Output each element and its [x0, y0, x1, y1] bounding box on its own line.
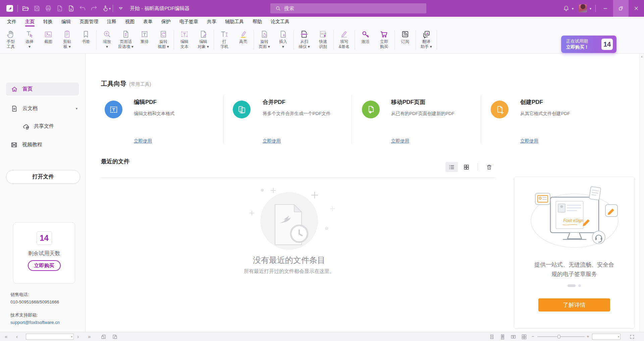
buy-now-button[interactable]: 立即购买	[28, 260, 61, 271]
notifications-icon[interactable]	[562, 5, 570, 12]
zoom-level-input[interactable]: ▾	[592, 334, 621, 340]
menu-convert[interactable]: 转换	[39, 17, 57, 27]
use-now-link[interactable]: 立即使用	[520, 138, 538, 144]
tool-reflow[interactable]: 重排	[135, 27, 154, 44]
tool-hand[interactable]: 手型 工具	[1, 27, 20, 49]
tool-from-scanner[interactable]: 从扫 描仪 ▾	[295, 27, 314, 49]
tool-snapshot[interactable]: 截图	[39, 27, 58, 44]
trial-period-badge[interactable]: 正在试用期 立即购买！ 14	[561, 36, 616, 53]
tool-quick-ocr[interactable]: OCR 快速 识别	[314, 27, 332, 49]
tool-bookmark[interactable]: 书签	[76, 27, 95, 44]
tool-card-edit-pdf[interactable]: 编辑PDF 编辑文档和文本格式 立即使用	[99, 95, 220, 145]
notifications-caret-icon[interactable]: ▾	[570, 7, 576, 10]
menu-share[interactable]: 共享	[203, 17, 221, 27]
use-now-link[interactable]: 立即使用	[263, 138, 281, 144]
tool-select[interactable]: 选择 ▾	[20, 27, 39, 49]
next-page-button[interactable]: ›	[77, 332, 79, 341]
collapse-toolbar-icon[interactable]	[115, 0, 126, 17]
zoom-slider-handle[interactable]	[557, 335, 560, 339]
tool-buy-now[interactable]: 立即 购买	[375, 27, 393, 49]
learn-more-button[interactable]: 了解详情	[538, 298, 610, 311]
tool-highlight[interactable]: 高亮	[234, 27, 253, 44]
print-icon[interactable]	[43, 0, 54, 17]
sidebar-item-home[interactable]: 首页	[6, 82, 79, 96]
tool-subscribe[interactable]: 订阅	[396, 27, 415, 44]
close-document-icon[interactable]	[54, 0, 65, 17]
page-number-caret-icon[interactable]: ▾	[71, 335, 72, 338]
menu-accessibility[interactable]: 辅助工具	[221, 17, 248, 27]
tool-label: 重排	[141, 39, 149, 44]
facing-continuous-view-button[interactable]	[521, 334, 527, 340]
menu-edit[interactable]: 编辑	[57, 17, 75, 27]
menu-form[interactable]: 表单	[139, 17, 157, 27]
list-view-button[interactable]	[445, 162, 458, 172]
redo-icon[interactable]	[88, 0, 100, 17]
continuous-view-button[interactable]	[500, 334, 505, 340]
menu-protect[interactable]: 保护	[157, 17, 175, 27]
close-button[interactable]	[629, 0, 644, 17]
use-now-link[interactable]: 立即使用	[134, 138, 152, 144]
menu-home[interactable]: 主页	[21, 17, 39, 27]
support-email-link[interactable]: support@foxitsoftware.cn	[10, 320, 60, 325]
facing-view-button[interactable]	[511, 334, 516, 340]
tool-translate-assistant[interactable]: A 翻译 助手 ▾	[417, 27, 436, 49]
restore-button[interactable]	[613, 0, 629, 17]
tool-card-create-pdf[interactable]: 创建PDF 从其它格式文件创建PDF 立即使用	[485, 95, 586, 145]
zoom-in-button[interactable]: +	[587, 332, 589, 341]
tool-label: 板 ▾	[63, 44, 70, 49]
menu-view[interactable]: 视图	[121, 17, 139, 27]
zoom-level-caret-icon[interactable]: ▾	[618, 335, 619, 338]
scroll-up-icon[interactable]: ▲	[640, 55, 644, 58]
menu-file[interactable]: 文件	[3, 17, 21, 27]
sidebar-item-shared-files[interactable]: 共享文件	[22, 121, 54, 132]
menu-esign[interactable]: 电子签章	[175, 17, 203, 27]
tool-activate[interactable]: 激活	[356, 27, 375, 44]
undo-icon[interactable]	[77, 0, 88, 17]
cloud-docs-caret-icon[interactable]: ▾	[76, 107, 77, 110]
tool-edit-text[interactable]: 编辑 文本	[175, 27, 194, 49]
open-file-button[interactable]: 打开文件	[6, 170, 80, 184]
new-document-icon[interactable]	[65, 0, 77, 17]
tool-page-fit[interactable]: 页面适 应选项 ▾	[116, 27, 135, 49]
foxit-pdf-editor-window: ▾ 开始 - 福昕高级PDF编辑器 搜索 ▾ ▾	[0, 0, 644, 341]
zoom-slider-track[interactable]	[537, 336, 585, 337]
first-page-button[interactable]: «	[5, 332, 7, 341]
tool-card-move-pdf-pages[interactable]: 移动PDF页面 从已有的PDF页面创建新的PDF 立即使用	[357, 95, 477, 145]
tool-rotate-view[interactable]: 旋转 视图 ▾	[154, 27, 173, 49]
single-page-view-button[interactable]	[489, 334, 495, 340]
tool-typewriter[interactable]: 打 字机	[215, 27, 234, 49]
carousel-dot-active[interactable]	[568, 284, 576, 287]
menu-help[interactable]: 帮助	[248, 17, 266, 27]
minimize-button[interactable]	[598, 0, 613, 17]
save-icon[interactable]	[31, 0, 43, 17]
prev-page-button[interactable]: ‹	[16, 332, 18, 341]
user-avatar[interactable]	[579, 4, 587, 12]
sidebar-item-video-tutorials[interactable]: 视频教程	[10, 139, 42, 150]
previous-view-button[interactable]	[101, 334, 106, 340]
search-input[interactable]: 搜索	[270, 3, 426, 13]
tool-zoom[interactable]: 缩放 ▾	[98, 27, 116, 49]
grid-view-button[interactable]	[460, 162, 473, 172]
fit-page-button[interactable]	[629, 334, 635, 340]
open-file-icon[interactable]	[20, 0, 31, 17]
use-now-link[interactable]: 立即使用	[391, 138, 409, 144]
tool-rotate-pages[interactable]: 旋转 页面 ▾	[255, 27, 274, 49]
account-caret-icon[interactable]: ▾	[588, 7, 593, 10]
clear-recent-button[interactable]	[483, 162, 495, 172]
next-view-button[interactable]	[112, 334, 118, 340]
sidebar-item-cloud-docs[interactable]: 云文档 ▾	[11, 103, 79, 114]
touch-mode-caret-icon[interactable]: ▾	[109, 7, 111, 10]
carousel-dot[interactable]	[578, 284, 581, 287]
page-number-input[interactable]: ▾	[26, 334, 74, 340]
zoom-out-button[interactable]: −	[532, 332, 534, 341]
tool-edit-object[interactable]: 编辑 对象 ▾	[194, 27, 213, 49]
menu-comment[interactable]: 注释	[103, 17, 121, 27]
tool-insert-pages[interactable]: 插入 ▾	[274, 27, 292, 49]
tool-fill-sign[interactable]: 填写 &签名	[335, 27, 354, 49]
content-scrollbar[interactable]: ▲	[639, 54, 644, 332]
tool-card-merge-pdf[interactable]: 合并PDF 将多个文件合并生成一个PDF文件 立即使用	[227, 95, 348, 145]
tool-clipboard[interactable]: 剪贴 板 ▾	[58, 27, 76, 49]
menu-page-manage[interactable]: 页面管理	[75, 17, 103, 27]
last-page-button[interactable]: »	[88, 332, 91, 341]
menu-paper-tools[interactable]: 论文工具	[266, 17, 294, 27]
